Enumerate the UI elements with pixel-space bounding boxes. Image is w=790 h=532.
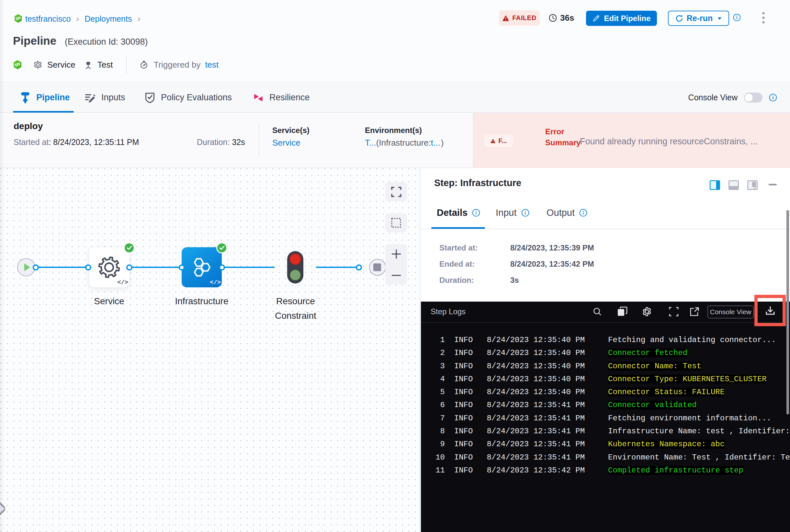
svg-text:∞: ∞ xyxy=(14,14,22,23)
svg-text:∞: ∞ xyxy=(13,60,22,69)
